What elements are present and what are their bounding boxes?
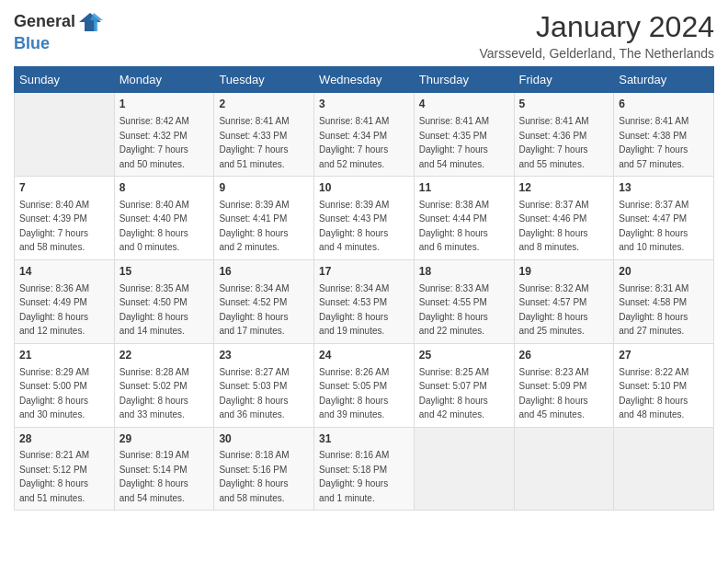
calendar-day-cell: 9Sunrise: 8:39 AM Sunset: 4:41 PM Daylig…: [214, 177, 314, 260]
calendar-day-cell: [15, 93, 115, 177]
day-info: Sunrise: 8:28 AM Sunset: 5:02 PM Dayligh…: [119, 367, 189, 420]
day-number: 29: [119, 431, 210, 447]
day-number: 8: [119, 180, 210, 196]
day-info: Sunrise: 8:31 AM Sunset: 4:58 PM Dayligh…: [619, 283, 688, 337]
day-number: 4: [419, 97, 509, 112]
day-number: 14: [19, 264, 109, 280]
day-number: 1: [119, 97, 210, 112]
day-number: 11: [419, 180, 509, 196]
calendar-day-cell: 20Sunrise: 8:31 AM Sunset: 4:58 PM Dayli…: [614, 259, 714, 343]
calendar-day-cell: 16Sunrise: 8:34 AM Sunset: 4:52 PM Dayli…: [214, 259, 314, 343]
day-info: Sunrise: 8:40 AM Sunset: 4:39 PM Dayligh…: [19, 200, 89, 253]
calendar-day-cell: 23Sunrise: 8:27 AM Sunset: 5:03 PM Dayli…: [214, 343, 314, 427]
calendar-day-cell: 22Sunrise: 8:28 AM Sunset: 5:02 PM Dayli…: [114, 343, 214, 427]
day-number: 26: [519, 348, 609, 363]
calendar-day-cell: 7Sunrise: 8:40 AM Sunset: 4:39 PM Daylig…: [15, 177, 115, 260]
calendar-day-cell: 10Sunrise: 8:39 AM Sunset: 4:43 PM Dayli…: [314, 177, 415, 260]
day-number: 27: [619, 348, 709, 363]
day-info: Sunrise: 8:37 AM Sunset: 4:47 PM Dayligh…: [619, 200, 688, 253]
day-number: 28: [19, 431, 109, 447]
calendar-day-cell: 12Sunrise: 8:37 AM Sunset: 4:46 PM Dayli…: [514, 177, 614, 260]
calendar-day-cell: 26Sunrise: 8:23 AM Sunset: 5:09 PM Dayli…: [514, 343, 614, 427]
day-info: Sunrise: 8:41 AM Sunset: 4:38 PM Dayligh…: [619, 116, 688, 169]
day-number: 21: [19, 348, 109, 363]
calendar-header: SundayMondayTuesdayWednesdayThursdayFrid…: [15, 67, 714, 93]
day-info: Sunrise: 8:37 AM Sunset: 4:46 PM Dayligh…: [519, 200, 589, 253]
day-info: Sunrise: 8:23 AM Sunset: 5:09 PM Dayligh…: [519, 367, 589, 420]
calendar-week-row: 1Sunrise: 8:42 AM Sunset: 4:32 PM Daylig…: [15, 93, 714, 177]
day-info: Sunrise: 8:41 AM Sunset: 4:34 PM Dayligh…: [319, 116, 389, 169]
day-number: 5: [519, 97, 609, 112]
day-info: Sunrise: 8:25 AM Sunset: 5:07 PM Dayligh…: [419, 367, 489, 420]
calendar-day-cell: 11Sunrise: 8:38 AM Sunset: 4:44 PM Dayli…: [414, 177, 514, 260]
day-number: 2: [219, 97, 309, 112]
header-day: Wednesday: [314, 67, 415, 93]
calendar-table: SundayMondayTuesdayWednesdayThursdayFrid…: [14, 66, 714, 511]
calendar-day-cell: 25Sunrise: 8:25 AM Sunset: 5:07 PM Dayli…: [414, 343, 514, 427]
header-day: Saturday: [614, 67, 714, 93]
calendar-day-cell: 6Sunrise: 8:41 AM Sunset: 4:38 PM Daylig…: [614, 93, 714, 177]
logo: General Blue: [14, 9, 103, 53]
header-day: Thursday: [414, 67, 514, 93]
day-number: 24: [319, 348, 409, 363]
day-number: 16: [219, 264, 309, 280]
day-info: Sunrise: 8:26 AM Sunset: 5:05 PM Dayligh…: [319, 367, 389, 420]
day-info: Sunrise: 8:34 AM Sunset: 4:53 PM Dayligh…: [319, 283, 389, 337]
day-number: 3: [319, 97, 409, 112]
calendar-day-cell: 13Sunrise: 8:37 AM Sunset: 4:47 PM Dayli…: [614, 177, 714, 260]
calendar-body: 1Sunrise: 8:42 AM Sunset: 4:32 PM Daylig…: [15, 93, 714, 511]
day-info: Sunrise: 8:21 AM Sunset: 5:12 PM Dayligh…: [19, 450, 89, 503]
day-info: Sunrise: 8:16 AM Sunset: 5:18 PM Dayligh…: [319, 450, 389, 503]
day-number: 17: [319, 264, 409, 280]
calendar-day-cell: 18Sunrise: 8:33 AM Sunset: 4:55 PM Dayli…: [414, 259, 514, 343]
day-number: 7: [19, 180, 109, 196]
logo-icon: [77, 9, 103, 35]
logo-blue: Blue: [14, 34, 50, 52]
calendar-day-cell: 3Sunrise: 8:41 AM Sunset: 4:34 PM Daylig…: [314, 93, 415, 177]
calendar-day-cell: 5Sunrise: 8:41 AM Sunset: 4:36 PM Daylig…: [514, 93, 614, 177]
day-number: 22: [119, 348, 210, 363]
calendar-day-cell: 29Sunrise: 8:19 AM Sunset: 5:14 PM Dayli…: [114, 427, 214, 511]
day-info: Sunrise: 8:27 AM Sunset: 5:03 PM Dayligh…: [219, 367, 289, 420]
title-section: January 2024 Varsseveld, Gelderland, The…: [479, 9, 714, 61]
day-info: Sunrise: 8:19 AM Sunset: 5:14 PM Dayligh…: [119, 450, 189, 503]
calendar-day-cell: 1Sunrise: 8:42 AM Sunset: 4:32 PM Daylig…: [114, 93, 214, 177]
calendar-week-row: 21Sunrise: 8:29 AM Sunset: 5:00 PM Dayli…: [15, 343, 714, 427]
header-day: Friday: [514, 67, 614, 93]
day-info: Sunrise: 8:39 AM Sunset: 4:41 PM Dayligh…: [219, 200, 289, 253]
day-info: Sunrise: 8:41 AM Sunset: 4:33 PM Dayligh…: [219, 116, 289, 169]
day-info: Sunrise: 8:32 AM Sunset: 4:57 PM Dayligh…: [519, 283, 589, 337]
header-row: SundayMondayTuesdayWednesdayThursdayFrid…: [15, 67, 714, 93]
day-info: Sunrise: 8:41 AM Sunset: 4:35 PM Dayligh…: [419, 116, 489, 169]
calendar-week-row: 7Sunrise: 8:40 AM Sunset: 4:39 PM Daylig…: [15, 177, 714, 260]
calendar-day-cell: 27Sunrise: 8:22 AM Sunset: 5:10 PM Dayli…: [614, 343, 714, 427]
day-number: 12: [519, 180, 609, 196]
day-info: Sunrise: 8:34 AM Sunset: 4:52 PM Dayligh…: [219, 283, 289, 337]
logo-general: General: [14, 13, 75, 31]
day-number: 31: [319, 431, 409, 447]
day-number: 30: [219, 431, 309, 447]
main-title: January 2024: [479, 9, 714, 44]
day-number: 20: [619, 264, 709, 280]
calendar-day-cell: 21Sunrise: 8:29 AM Sunset: 5:00 PM Dayli…: [15, 343, 115, 427]
day-number: 25: [419, 348, 509, 363]
calendar-day-cell: 14Sunrise: 8:36 AM Sunset: 4:49 PM Dayli…: [15, 259, 115, 343]
calendar-day-cell: [414, 427, 514, 511]
calendar-day-cell: 8Sunrise: 8:40 AM Sunset: 4:40 PM Daylig…: [114, 177, 214, 260]
calendar-day-cell: 4Sunrise: 8:41 AM Sunset: 4:35 PM Daylig…: [414, 93, 514, 177]
day-info: Sunrise: 8:35 AM Sunset: 4:50 PM Dayligh…: [119, 283, 189, 337]
calendar-day-cell: [514, 427, 614, 511]
calendar-day-cell: 17Sunrise: 8:34 AM Sunset: 4:53 PM Dayli…: [314, 259, 415, 343]
day-number: 15: [119, 264, 210, 280]
calendar-day-cell: [614, 427, 714, 511]
day-info: Sunrise: 8:40 AM Sunset: 4:40 PM Dayligh…: [119, 200, 189, 253]
day-number: 9: [219, 180, 309, 196]
day-info: Sunrise: 8:29 AM Sunset: 5:00 PM Dayligh…: [19, 367, 89, 420]
calendar-day-cell: 28Sunrise: 8:21 AM Sunset: 5:12 PM Dayli…: [15, 427, 115, 511]
day-info: Sunrise: 8:36 AM Sunset: 4:49 PM Dayligh…: [19, 283, 89, 337]
day-info: Sunrise: 8:41 AM Sunset: 4:36 PM Dayligh…: [519, 116, 589, 169]
header-day: Monday: [114, 67, 214, 93]
header-day: Sunday: [15, 67, 115, 93]
day-info: Sunrise: 8:38 AM Sunset: 4:44 PM Dayligh…: [419, 200, 489, 253]
header: General Blue January 2024 Varsseveld, Ge…: [14, 9, 714, 61]
